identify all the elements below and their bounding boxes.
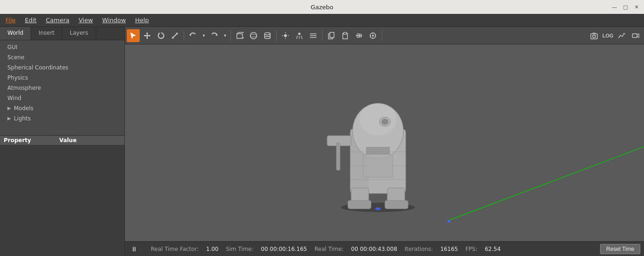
log-btn[interactable]: LOG	[601, 29, 614, 42]
tree-item-scene[interactable]: Scene	[0, 52, 124, 62]
svg-point-36	[372, 35, 374, 37]
tree-item-wind[interactable]: Wind	[0, 93, 124, 103]
property-col-label: Property	[0, 137, 56, 144]
app-title: Gazebo	[310, 4, 333, 11]
svg-rect-54	[366, 147, 390, 154]
menu-camera[interactable]: Camera	[42, 16, 73, 25]
property-area	[0, 145, 124, 256]
svg-marker-4	[144, 35, 145, 37]
panel-tabs: World Insert Layers	[0, 27, 124, 40]
tree-item-gui[interactable]: GUI	[0, 42, 124, 52]
svg-rect-43	[632, 34, 637, 37]
tree-item-atmosphere[interactable]: Atmosphere	[0, 83, 124, 93]
point-light-btn[interactable]	[279, 29, 292, 42]
menu-help[interactable]: Help	[131, 16, 153, 25]
tab-world[interactable]: World	[0, 27, 31, 40]
main-layout: World Insert Layers GUI Scene Spherical …	[0, 27, 644, 256]
sim-label: Sim Time:	[222, 246, 257, 252]
spot-light-btn[interactable]	[293, 29, 306, 42]
svg-rect-12	[237, 34, 242, 38]
sphere-btn[interactable]	[247, 29, 260, 42]
svg-marker-5	[149, 35, 150, 37]
tree-item-models[interactable]: ▶ Models	[0, 103, 124, 113]
dir-light-btn[interactable]	[307, 29, 320, 42]
sep-2	[230, 30, 231, 41]
snap-btn[interactable]	[366, 29, 379, 42]
real-label: Real Time:	[311, 246, 347, 252]
sim-value: 00 00:00:16.165	[257, 246, 311, 252]
expand-models-icon: ▶	[7, 104, 12, 112]
rtf-value: 1.00	[202, 246, 222, 252]
plot-btn[interactable]	[615, 29, 628, 42]
tree-item-lights[interactable]: ▶ Lights	[0, 113, 124, 124]
redo-drop-btn[interactable]: ▾	[222, 29, 228, 42]
sep-3	[276, 30, 277, 41]
menu-view[interactable]: View	[75, 16, 97, 25]
rtf-label: Real Time Factor:	[147, 246, 202, 252]
select-tool-btn[interactable]	[127, 29, 140, 42]
tree-item-models-label: Models	[14, 104, 33, 112]
svg-point-15	[265, 32, 270, 35]
tab-insert[interactable]: Insert	[31, 27, 62, 40]
minimize-btn[interactable]: —	[611, 4, 618, 10]
svg-point-13	[250, 32, 257, 39]
svg-rect-57	[348, 200, 371, 209]
menubar: File Edit Camera View Window Help	[0, 14, 644, 27]
svg-rect-41	[591, 34, 597, 39]
tab-layers[interactable]: Layers	[62, 27, 96, 40]
svg-point-18	[265, 36, 270, 38]
expand-lights-icon: ▶	[7, 114, 12, 123]
world-tree: GUI Scene Spherical Coordinates Physics …	[0, 40, 124, 129]
cylinder-btn[interactable]	[261, 29, 274, 42]
maximize-btn[interactable]: □	[622, 4, 629, 10]
rotate-tool-btn[interactable]	[155, 29, 167, 42]
undo-drop-btn[interactable]: ▾	[200, 29, 207, 42]
robot-model	[313, 64, 443, 213]
svg-point-14	[250, 34, 257, 37]
svg-marker-44	[637, 34, 639, 37]
viewport[interactable]	[125, 44, 644, 241]
sep-5	[382, 30, 382, 41]
menu-edit[interactable]: Edit	[21, 16, 40, 25]
screenshot-btn[interactable]	[588, 29, 601, 42]
undo-btn[interactable]	[186, 29, 199, 42]
translate-tool-btn[interactable]	[141, 29, 154, 42]
tree-item-spherical[interactable]: Spherical Coordinates	[0, 62, 124, 73]
svg-point-48	[447, 220, 450, 223]
svg-point-53	[359, 103, 396, 136]
copy-btn[interactable]	[325, 29, 338, 42]
menu-file[interactable]: File	[2, 16, 19, 25]
iter-value: 16165	[437, 246, 462, 252]
svg-marker-2	[146, 32, 148, 34]
toolbar: ▾ ▾	[125, 27, 644, 44]
redo-btn[interactable]	[208, 29, 221, 42]
close-btn[interactable]: ✕	[633, 4, 640, 10]
svg-point-19	[284, 34, 287, 37]
video-btn[interactable]	[629, 29, 642, 42]
box-btn[interactable]	[233, 29, 246, 42]
real-value: 00 00:00:43.008	[347, 246, 401, 252]
viewport-area: ▾ ▾	[125, 27, 644, 256]
align-btn[interactable]	[353, 29, 365, 42]
iter-label: Iterations:	[401, 246, 437, 252]
tree-item-lights-label: Lights	[14, 114, 31, 123]
fps-label: FPS:	[462, 246, 481, 252]
svg-rect-64	[363, 154, 393, 177]
sep-1	[184, 30, 184, 41]
svg-point-66	[382, 119, 388, 125]
resize-handle[interactable]: · · · · · · · · · ·	[0, 129, 124, 135]
scale-tool-btn[interactable]	[168, 29, 181, 42]
menu-window[interactable]: Window	[99, 16, 130, 25]
paste-btn[interactable]	[339, 29, 352, 42]
svg-point-67	[375, 207, 381, 210]
tree-item-physics[interactable]: Physics	[0, 73, 124, 83]
svg-marker-3	[146, 37, 148, 39]
svg-rect-60	[336, 143, 340, 170]
statusbar: ⏸ Real Time Factor: 1.00 Sim Time: 00 00…	[125, 241, 644, 256]
pause-btn[interactable]: ⏸	[129, 244, 140, 255]
svg-rect-58	[385, 200, 408, 209]
svg-rect-29	[330, 32, 334, 37]
window-controls: — □ ✕	[611, 4, 640, 10]
svg-marker-6	[158, 32, 160, 34]
reset-time-btn[interactable]: Reset Time	[600, 244, 640, 254]
